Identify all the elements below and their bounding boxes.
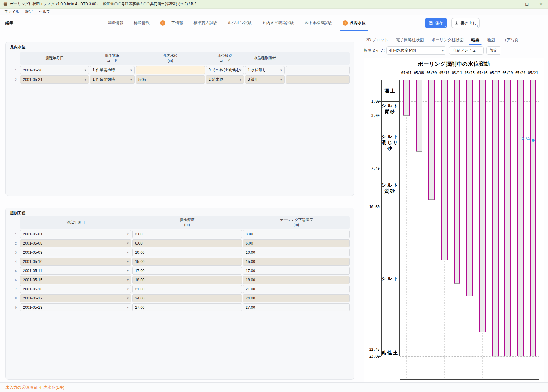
drill-depth-bar (479, 80, 486, 332)
title-bar: ボーリング柱状図エディタ v1.0.0-beta.4 - DTD 3.00 - … (0, 0, 548, 9)
save-button-label: 保存 (435, 20, 443, 26)
casing-depth-cell[interactable]: 24.00 (243, 294, 350, 302)
close-button[interactable]: ✕ (534, 0, 548, 9)
view-tab-ボーリング柱状図[interactable]: ボーリング柱状図 (431, 35, 463, 45)
column-header-line: 孔内水位 (163, 53, 178, 58)
chart-title: ボーリング掘削中の水位変動 (364, 60, 544, 67)
tab-孔内水平載荷試験[interactable]: 孔内水平載荷試験 (262, 15, 295, 31)
soil-layer-boundary (382, 207, 399, 207)
minimize-button[interactable]: – (506, 0, 520, 9)
soil-layer-name-line: 質砂 (381, 109, 400, 115)
casing-depth-cell[interactable]: 17.00 (243, 267, 350, 275)
level-type-note-cell[interactable] (286, 75, 350, 84)
view-tab-2D プロット[interactable]: 2D プロット (366, 35, 388, 45)
row-number: 2 (13, 239, 19, 247)
chevron-down-icon: ▼ (84, 69, 87, 72)
save-button[interactable]: 保存 ▼ (425, 18, 447, 28)
tab-ルジオン試験[interactable]: ルジオン試験 (227, 15, 253, 31)
level-type-cell[interactable]: 1 清水位▼ (206, 75, 244, 84)
level-subtype-cell[interactable]: 1 水位無し▼ (245, 66, 285, 74)
measure-date-cell[interactable]: 2001-05-17▼ (20, 294, 131, 302)
tab-地下水検層試験[interactable]: 地下水検層試験 (304, 15, 333, 31)
export-dropdown-caret[interactable]: ▼ (476, 25, 479, 27)
status-bar: 未入力の必須項目: 孔内水位(1件) (0, 382, 548, 392)
view-tab-帳票[interactable]: 帳票 (471, 35, 479, 45)
tab-標準貫入試験[interactable]: 標準貫入試験 (193, 15, 218, 31)
view-tab-コア写真[interactable]: コア写真 (502, 35, 519, 45)
drill-status-cell[interactable]: 1 作業開始時▼ (90, 75, 135, 84)
column-header: 掘進深度(m) (132, 216, 242, 229)
water-level-value-cell[interactable] (136, 66, 205, 74)
save-dropdown-caret[interactable]: ▼ (444, 25, 447, 28)
column-header-line: 水位種別 (218, 53, 232, 58)
measure-date-cell[interactable]: 2001-05-09▼ (20, 249, 131, 256)
measure-date-cell[interactable]: 2001-05-19▼ (20, 303, 131, 311)
depth-tick (377, 101, 381, 102)
drill-depth-cell[interactable]: 21.00 (132, 285, 242, 293)
tab-badge: 1 (343, 20, 348, 26)
measure-date-cell[interactable]: 2001-05-20▼ (20, 66, 89, 74)
water-level-point-label: 5.05 (519, 136, 530, 140)
casing-depth-cell[interactable]: 18.00 (243, 276, 350, 284)
row-number-header (13, 52, 19, 65)
casing-depth-cell[interactable]: 27.00 (243, 303, 350, 311)
measure-date-cell[interactable]: 2001-05-08▼ (20, 239, 131, 247)
tab-基礎情報[interactable]: 基礎情報 (107, 15, 124, 31)
chevron-down-icon: ▼ (280, 69, 283, 72)
water-level-value-cell[interactable]: 5.05 (136, 75, 205, 84)
drill-depth-cell[interactable]: 3.00 (132, 230, 242, 238)
menu-help[interactable]: ヘルプ (39, 9, 50, 14)
level-subtype-cell[interactable]: 3 被圧▼ (245, 75, 285, 84)
soil-layer-boundary (382, 169, 399, 169)
view-tab-地図[interactable]: 地図 (487, 35, 495, 45)
menu-settings[interactable]: 設定 (25, 9, 33, 14)
export-icon (455, 21, 459, 25)
drill-depth-cell[interactable]: 15.00 (132, 258, 242, 266)
maximize-button[interactable]: ☐ (520, 0, 534, 9)
drill-depth-cell[interactable]: 17.00 (132, 267, 242, 275)
drill-depth-cell[interactable]: 6.00 (132, 239, 242, 247)
drill-depth-cell[interactable]: 18.00 (132, 276, 242, 284)
row-number: 1 (13, 230, 19, 238)
casing-depth-cell[interactable]: 3.00 (243, 230, 350, 238)
measure-date-cell[interactable]: 2001-05-15▼ (20, 276, 131, 284)
tab-label: コア情報 (167, 20, 183, 26)
print-preview-button[interactable]: 印刷プレビュー (449, 46, 484, 55)
view-tab-電子簡略柱状図[interactable]: 電子簡略柱状図 (396, 35, 424, 45)
drill-depth-cell[interactable]: 10.00 (132, 249, 242, 256)
report-type-select[interactable]: 孔内水位変化図 ▼ (386, 46, 446, 55)
drill-depth-cell[interactable]: 27.00 (132, 303, 242, 311)
report-type-value: 孔内水位変化図 (389, 48, 416, 53)
measure-date-cell[interactable]: 2001-05-21▼ (20, 75, 89, 84)
casing-depth-cell[interactable]: 10.00 (243, 249, 350, 256)
casing-depth-cell[interactable]: 6.00 (243, 239, 350, 247)
soil-layer-name: シルト (381, 275, 400, 281)
column-header-line: 測定年月日 (67, 220, 85, 225)
measure-date-cell[interactable]: 2001-05-10▼ (20, 258, 131, 266)
tab-標題情報[interactable]: 標題情報 (133, 15, 150, 31)
chevron-down-icon: ▼ (126, 233, 129, 236)
column-header: 孔内水位(m) (136, 52, 205, 65)
depth-tick (377, 207, 381, 207)
measure-date-cell[interactable]: 2001-05-16▼ (20, 285, 131, 293)
casing-depth-cell[interactable]: 21.00 (243, 285, 350, 293)
export-button[interactable]: 書き出し ▼ (451, 18, 480, 28)
chevron-down-icon: ▼ (130, 69, 133, 72)
menu-file[interactable]: ファイル (4, 9, 19, 14)
drill-status-cell[interactable]: 1 作業開始時▼ (90, 66, 135, 74)
report-type-label: 帳票タイプ: (364, 48, 385, 53)
chevron-down-icon: ▼ (239, 78, 242, 81)
measure-date-cell[interactable]: 2001-05-01▼ (20, 230, 131, 238)
chart-date-label: 05/01 (400, 71, 412, 75)
tab-コア情報[interactable]: 1コア情報 (159, 15, 184, 31)
drill-depth-bar (454, 80, 460, 284)
casing-depth-cell[interactable]: 15.00 (243, 258, 350, 266)
soil-layer-name-line: シルト (381, 133, 400, 140)
report-settings-button[interactable]: 設定 (486, 46, 501, 55)
level-type-cell[interactable]: 9 その他(不明含む▼ (206, 66, 244, 74)
tab-孔内水位[interactable]: 1孔内水位 (342, 15, 366, 31)
level-type-note-cell[interactable] (286, 66, 350, 74)
measure-date-cell[interactable]: 2001-05-11▼ (20, 267, 131, 275)
drill-depth-cell[interactable]: 24.00 (132, 294, 242, 302)
column-header: 測定年月日 (20, 216, 131, 229)
